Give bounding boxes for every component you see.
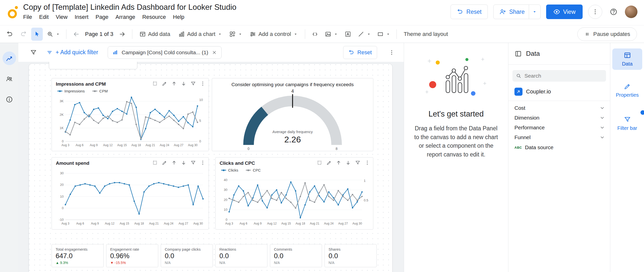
scorecard[interactable]: Comments0.0N/A — [270, 244, 322, 267]
text-tool-button[interactable] — [342, 28, 354, 41]
select-frame-button[interactable] — [152, 81, 158, 86]
chevron-down-icon — [334, 32, 338, 36]
canvas-reset-label: Reset — [357, 49, 372, 56]
rail-data-button[interactable]: Data — [612, 48, 642, 70]
select-tool-button[interactable] — [31, 28, 43, 41]
help-button[interactable] — [608, 6, 619, 18]
filter-button[interactable] — [190, 81, 196, 86]
chart-card-clicks-cpc[interactable]: Clicks and CPC ClicksCPC 0102030400.51Au… — [215, 157, 373, 230]
move-up-icon — [171, 160, 177, 166]
community-visualizations-button[interactable] — [227, 28, 245, 41]
chart-title: Clicks and CPC — [220, 160, 255, 166]
share-dropdown-button[interactable] — [529, 5, 540, 19]
redo-button[interactable] — [18, 28, 29, 41]
add-chart-button[interactable]: Add a chart — [175, 28, 225, 41]
search-input[interactable] — [525, 73, 602, 79]
undo-button[interactable] — [4, 28, 16, 41]
select-frame-icon — [317, 160, 322, 166]
rail-people-button[interactable] — [3, 72, 16, 86]
data-panel-search[interactable] — [512, 70, 606, 82]
move-down-button[interactable] — [181, 81, 186, 86]
move-down-button[interactable] — [345, 160, 351, 166]
shape-tool-button[interactable] — [375, 28, 392, 41]
filter-button[interactable] — [190, 160, 196, 166]
chart-card-impressions-cpm[interactable]: Impressions and CPM ImpressionsCPM 01K2K… — [52, 78, 209, 151]
section-label: Cost — [514, 105, 525, 111]
view-button[interactable]: View — [546, 5, 583, 19]
more-vertical-button[interactable] — [200, 160, 206, 166]
move-up-button[interactable] — [336, 160, 341, 166]
scorecard[interactable]: Total engagements647.0▲ 9.3% — [52, 244, 104, 267]
scorecard-label: Total engagements — [56, 247, 100, 251]
edit-pencil-button[interactable] — [162, 81, 167, 86]
menu-page[interactable]: Page — [92, 13, 112, 21]
menu-resource[interactable]: Resource — [139, 13, 169, 21]
menu-file[interactable]: File — [20, 13, 35, 21]
data-source-row[interactable]: ABC Data source — [508, 142, 610, 153]
page-indicator[interactable]: Page 1 of 3 — [84, 31, 114, 37]
scorecard[interactable]: Engagement rate0.96%▼ -15.5% — [106, 244, 158, 267]
canvas-reset-button[interactable]: Reset — [343, 46, 377, 59]
add-data-button[interactable]: Add data — [136, 28, 173, 41]
more-vertical-button[interactable] — [200, 81, 206, 86]
app-header: Copy of [Template] Linkedin Ads Dashboar… — [0, 0, 644, 25]
data-panel-section-performance[interactable]: Performance — [508, 123, 610, 132]
report-page[interactable]: Impressions and CPM ImpressionsCPM 01K2K… — [29, 64, 392, 272]
filter-bar-more-button[interactable] — [387, 47, 397, 58]
menu-edit[interactable]: Edit — [35, 13, 52, 21]
more-vertical-icon — [389, 49, 395, 56]
filter-button[interactable] — [355, 160, 360, 166]
add-control-button[interactable]: Add a control — [247, 28, 301, 41]
section-label: Dimension — [514, 115, 539, 121]
campaign-filter-chip[interactable]: Campaign [Cons] Cold consulta... (1) — [108, 46, 221, 59]
coupler-logo-icon — [514, 88, 522, 96]
data-panel-section-dimension[interactable]: Dimension — [508, 113, 610, 123]
data-panel: Data Coupler.io CostDimensionPerformance… — [508, 43, 610, 272]
menu-view[interactable]: View — [52, 13, 71, 21]
more-options-button[interactable] — [588, 5, 602, 19]
rail-filter-bar-button[interactable]: Filter bar — [612, 113, 642, 134]
more-vertical-button[interactable] — [365, 160, 370, 166]
remove-filter-button[interactable] — [212, 50, 217, 55]
report-title[interactable]: Copy of [Template] Linkedin Ads Dashboar… — [23, 3, 236, 12]
data-source-connector[interactable]: Coupler.io — [508, 86, 610, 101]
edit-pencil-button[interactable] — [326, 160, 332, 166]
reset-button[interactable]: Reset — [451, 5, 488, 19]
move-up-button[interactable] — [171, 81, 177, 86]
clicks-cpc-chart[interactable]: 0102030400.51Aug 3Aug 6Aug 9Aug 12Aug 15… — [218, 173, 371, 227]
select-frame-button[interactable] — [152, 160, 158, 166]
looker-studio-logo[interactable] — [6, 5, 19, 20]
data-panel-section-cost[interactable]: Cost — [508, 103, 610, 113]
move-down-button[interactable] — [181, 160, 186, 166]
zoom-tool-button[interactable] — [45, 28, 62, 41]
impressions-cpm-chart[interactable]: 01K2K3K0510Aug 3Aug 6Aug 9Aug 12Aug 15Au… — [54, 94, 207, 149]
image-tool-button[interactable] — [323, 28, 340, 41]
line-tool-button[interactable] — [356, 28, 373, 41]
data-panel-section-funnel[interactable]: Funnel — [508, 132, 610, 142]
rail-properties-button[interactable]: Properties — [612, 80, 642, 101]
pause-updates-button[interactable]: Pause updates — [577, 27, 637, 41]
menu-insert[interactable]: Insert — [71, 13, 92, 21]
scorecard[interactable]: Shares0.0N/A — [325, 244, 377, 267]
svg-text:Aug 21: Aug 21 — [310, 222, 319, 225]
amount-spend-chart[interactable]: -100102030Aug 3Aug 6Aug 9Aug 12Aug 15Aug… — [54, 169, 207, 227]
scorecard[interactable]: Reactions0.0N/A — [215, 244, 267, 267]
chart-card-frequency-gauge[interactable]: Consider optimising your campaigns if fr… — [212, 78, 373, 151]
avatar[interactable] — [625, 6, 637, 18]
menu-arrange[interactable]: Arrange — [112, 13, 139, 21]
theme-layout-button[interactable]: Theme and layout — [401, 28, 451, 41]
edit-pencil-button[interactable] — [162, 160, 167, 166]
share-button[interactable]: Share — [494, 5, 529, 19]
rail-info-button[interactable] — [3, 93, 16, 106]
embed-code-button[interactable] — [309, 28, 321, 41]
chart-card-amount-spend[interactable]: Amount spend -100102030Aug 3Aug 6Aug 9Au… — [52, 157, 209, 230]
svg-text:-10: -10 — [59, 218, 64, 222]
scorecard[interactable]: Company page clicks0.0N/A — [161, 244, 213, 267]
next-page-button[interactable] — [116, 28, 128, 41]
menu-help[interactable]: Help — [170, 13, 188, 21]
select-frame-button[interactable] — [317, 160, 322, 166]
add-quick-filter-button[interactable]: + Add quick filter — [47, 49, 98, 56]
previous-page-button[interactable] — [70, 28, 82, 41]
move-up-button[interactable] — [171, 160, 177, 166]
rail-reports-button[interactable] — [3, 51, 16, 65]
